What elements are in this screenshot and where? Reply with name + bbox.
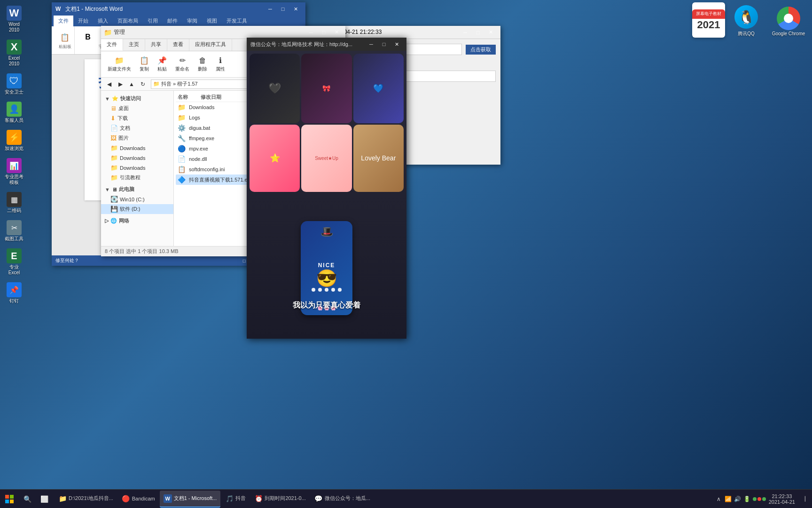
sidebar-icon-qrcode[interactable]: ▦ 二维码 <box>3 190 25 215</box>
sidebar-item-desktop[interactable]: 🖥 桌面 <box>101 103 173 113</box>
network-icon: 🌐 <box>110 218 117 224</box>
sidebar-icon-excel2-label: 专业Excel <box>5 264 23 276</box>
sidebar-item-liuliu[interactable]: 📁 引流教程 <box>101 173 173 183</box>
word-close-button[interactable]: ✕ <box>289 4 302 14</box>
wechat-close-button[interactable]: ✕ <box>390 40 403 49</box>
timer-maximize-button[interactable]: □ <box>472 28 484 37</box>
bold-icon[interactable]: B <box>81 31 94 44</box>
file-icon-mpv: 🔵 <box>178 145 187 152</box>
word-tab-view[interactable]: 视图 <box>202 16 222 26</box>
wechat-minimize-button[interactable]: ─ <box>365 40 377 49</box>
sidebar-item-d-drive[interactable]: 💾 软件 (D:) <box>101 204 173 214</box>
tray-battery-icon[interactable]: 🔋 <box>743 495 751 503</box>
breadcrumb: 📁 抖音 » 楷子1.57 <box>153 80 198 87</box>
tray-volume-icon[interactable]: 🔊 <box>734 495 742 503</box>
word-tab-start[interactable]: 开始 <box>73 16 93 26</box>
qq-icon-area[interactable]: 🐧 腾讯QQ <box>727 0 765 42</box>
word-tab-mail[interactable]: 邮件 <box>163 16 182 26</box>
sidebar-item-downloads4[interactable]: 📁 Downloads <box>101 163 173 173</box>
taskbar-item-timer-label: 到期时间2021-0... <box>265 495 305 502</box>
sidebar-icon-dingding[interactable]: 📌 钉钉 <box>3 280 25 306</box>
up-button[interactable]: ▲ <box>126 79 137 89</box>
timer-minimize-button[interactable]: ─ <box>459 28 471 37</box>
explorer-tab-file[interactable]: 文件 <box>101 39 123 51</box>
network-header[interactable]: ▷ 🌐 网络 <box>101 216 173 226</box>
explorer-tab-view[interactable]: 查看 <box>167 39 189 51</box>
tray-network-icon[interactable]: 📶 <box>725 495 732 503</box>
back-button[interactable]: ◀ <box>104 79 114 89</box>
quick-access-label: 快速访问 <box>120 95 141 102</box>
paste-button-exp[interactable]: 📌 粘贴 <box>155 55 170 74</box>
word-tab-review[interactable]: 审阅 <box>182 16 202 26</box>
sidebar-icon-speed[interactable]: ⚡ 加速浏览 <box>3 128 25 153</box>
forward-button[interactable]: ▶ <box>115 79 125 89</box>
timer-close-button[interactable]: ✕ <box>484 28 497 37</box>
word-maximize-button[interactable]: □ <box>277 4 289 14</box>
word-tab-file[interactable]: 文件 <box>54 16 73 26</box>
explorer-title-left: 📁 管理 <box>104 28 125 36</box>
word-tab-refs[interactable]: 引用 <box>143 16 163 26</box>
word-tab-dev[interactable]: 开发工具 <box>222 16 252 26</box>
tray-arrow-icon[interactable]: ∧ <box>715 495 723 503</box>
sidebar-icon-excel2[interactable]: E 专业Excel <box>3 246 25 278</box>
sidebar-icon-template[interactable]: 📊 专业思考模板 <box>3 156 25 187</box>
taskbar-item-wechat[interactable]: 💬 微信公众号：地瓜... <box>311 491 374 508</box>
col-header-name[interactable]: 名称 <box>178 94 201 101</box>
copy-button[interactable]: 📋 复制 <box>137 55 152 74</box>
properties-button[interactable]: ℹ 属性 <box>213 55 228 74</box>
folder-icon-downloads: 📁 <box>178 103 187 111</box>
folder-icon-logs: 📁 <box>178 114 187 121</box>
properties-label: 属性 <box>216 66 225 72</box>
sidebar-icon-user[interactable]: 👤 客服人员 <box>3 100 25 125</box>
show-desktop-button[interactable]: ▕ <box>795 491 812 508</box>
word-tab-insert[interactable]: 插入 <box>93 16 113 26</box>
explorer-tab-apps[interactable]: 应用程序工具 <box>189 39 232 51</box>
taskbar-item-word[interactable]: W 文档1 - Microsoft... <box>160 491 221 508</box>
start-button[interactable] <box>0 490 19 508</box>
rename-button[interactable]: ✏ 重命名 <box>172 55 192 74</box>
quick-access-header[interactable]: ▼ ⭐ 快速访问 <box>101 94 173 103</box>
taskbar-clock[interactable]: 21:22:33 2021-04-21 <box>769 493 795 505</box>
paste-icon[interactable]: 📋 <box>58 31 71 44</box>
taskbar-item-timer[interactable]: ⏰ 到期时间2021-0... <box>250 491 309 508</box>
delete-button[interactable]: 🗑 删除 <box>195 55 210 74</box>
sidebar-item-downloads3[interactable]: 📁 Downloads <box>101 153 173 163</box>
new-folder-label: 新建文件夹 <box>108 66 131 72</box>
this-pc-header[interactable]: ▼ 🖥 此电脑 <box>101 184 173 194</box>
new-folder-button[interactable]: 📁 新建文件夹 <box>105 55 134 74</box>
taskbar-item-word-label: 文档1 - Microsoft... <box>174 495 217 502</box>
wechat-maximize-button[interactable]: □ <box>378 40 390 49</box>
downloads2-icon: 📁 <box>110 144 118 151</box>
taskbar-item-douyin[interactable]: 🎵 抖音 <box>221 491 250 508</box>
tray-antivirus-icons <box>753 497 766 501</box>
sidebar-item-downloads[interactable]: ⬇ 下载 <box>101 113 173 123</box>
taskbar-search-button[interactable]: 🔍 <box>19 491 36 508</box>
word-tab-layout[interactable]: 页面布局 <box>113 16 143 26</box>
wechat-window: 微信公众号：地瓜网络技术 网址：http://dg... ─ □ ✕ 🖤 🎀 💙… <box>247 38 406 339</box>
explorer-tab-home[interactable]: 主页 <box>123 39 145 51</box>
explorer-titlebar: 📁 管理 ─ □ ✕ <box>101 26 345 39</box>
sidebar-item-documents[interactable]: 📄 文档 <box>101 123 173 133</box>
paste-label-exp: 粘贴 <box>157 66 167 72</box>
sidebar-item-pictures[interactable]: 🖼 图片 <box>101 133 173 143</box>
explorer-maximize-button[interactable]: □ <box>318 28 330 37</box>
word-minimize-button[interactable]: ─ <box>264 4 276 14</box>
taskbar-item-bandicam[interactable]: 🔴 Bandicam <box>118 491 159 508</box>
explorer-close-button[interactable]: ✕ <box>330 28 343 37</box>
sidebar-item-c-drive[interactable]: 💽 Win10 (C:) <box>101 194 173 204</box>
chrome-icon-area[interactable]: Google Chrome <box>765 0 812 42</box>
explorer-tab-share[interactable]: 共享 <box>145 39 167 51</box>
sidebar-icon-screenshot[interactable]: ✂ 截图工具 <box>3 218 25 244</box>
taskbar-taskview-button[interactable]: ⬜ <box>36 491 53 508</box>
timer-get-button[interactable]: 点击获取 <box>466 45 496 55</box>
refresh-button[interactable]: ↻ <box>138 79 148 89</box>
taskbar-item-explorer[interactable]: 📁 D:\2021\地瓜抖音... <box>55 491 117 508</box>
sidebar-item-downloads2[interactable]: 📁 Downloads <box>101 143 173 153</box>
sidebar-icon-security[interactable]: 🛡 安全卫士 <box>3 71 25 97</box>
calendar-icon[interactable]: 屏幕电子教材 2021 <box>692 2 725 38</box>
sidebar-icon-excel[interactable]: X Excel 2010 <box>3 38 25 69</box>
sidebar-icon-word[interactable]: W Word 2010 <box>3 4 25 35</box>
desktop-folder-icon: 🖥 <box>110 105 117 112</box>
explorer-minimize-button[interactable]: ─ <box>305 28 317 37</box>
timer-window-controls: ─ □ ✕ <box>459 28 497 37</box>
